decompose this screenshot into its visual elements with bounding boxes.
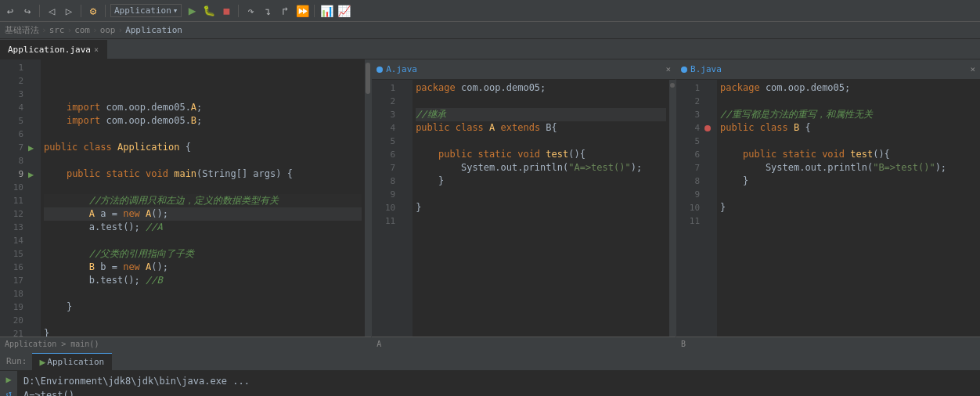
ln-5: 5 <box>0 114 23 128</box>
scrollbar-handle-a[interactable] <box>670 83 675 88</box>
stop-button[interactable]: ■ <box>219 4 233 18</box>
code-line-9: public static void main(String[] args) { <box>44 167 362 181</box>
code-line-8 <box>44 154 362 167</box>
run-config-label: Application <box>114 5 171 16</box>
a-gutter-1 <box>400 81 413 95</box>
breadcrumb-item-4[interactable]: Application <box>125 25 182 35</box>
debug-button[interactable]: 🐛 <box>202 4 216 18</box>
b-ln-4: 4 <box>676 121 700 135</box>
back-icon[interactable]: ◁ <box>45 4 59 18</box>
pane-close-a[interactable]: × <box>665 64 671 74</box>
breadcrumb-item-2[interactable]: com <box>74 25 90 35</box>
code-application[interactable]: import com.oop.demo05.A; import com.oop.… <box>41 59 365 337</box>
ln-15: 15 <box>0 247 23 261</box>
coverage-icon[interactable]: 📊 <box>319 4 333 18</box>
gutter-6 <box>28 128 41 141</box>
code-line-7: public class Application { <box>44 141 362 154</box>
gutter-4 <box>28 101 41 114</box>
bottom-panel: Run: ▶ Application ▶ ↺ ■ D:\Environment\… <box>0 351 980 396</box>
a-ln-1: 1 <box>372 81 395 95</box>
a-code-1: package com.oop.demo05; <box>416 81 666 95</box>
arrow-icon-7: ▶ <box>28 142 34 153</box>
scrollbar-thumb-application[interactable] <box>366 63 370 94</box>
ln-18: 18 <box>0 287 23 301</box>
code-line-18 <box>44 287 362 301</box>
step-over-icon[interactable]: ↷ <box>243 4 258 18</box>
b-gutter-1 <box>704 81 717 95</box>
editor-tab-b: B.java × <box>676 59 980 80</box>
gutter-b <box>704 80 717 337</box>
step-out-icon[interactable]: ↱ <box>278 4 292 18</box>
resume-icon[interactable]: ⏩ <box>295 4 309 18</box>
build-icon[interactable]: ⚙ <box>86 4 100 18</box>
code-line-10 <box>44 181 362 194</box>
forward-icon[interactable]: ▷ <box>62 4 76 18</box>
gutter-13 <box>28 221 41 234</box>
code-b[interactable]: package com.oop.demo05; //重写都是方法的重写，和属性无… <box>717 80 980 337</box>
scrollbar-application[interactable] <box>365 59 371 337</box>
redo-icon[interactable]: ↪ <box>20 4 34 18</box>
profile-icon[interactable]: 📈 <box>337 4 351 18</box>
a-code-2 <box>416 95 666 108</box>
toolbar-sep-4 <box>238 5 239 17</box>
gutter-2 <box>28 74 41 88</box>
a-ln-11: 11 <box>372 214 395 228</box>
breadcrumb-item-1[interactable]: src <box>49 25 65 35</box>
bottom-content: ▶ ↺ ■ D:\Environment\jdk8\jdk\bin\java.e… <box>0 371 980 396</box>
breadcrumb-item-0[interactable]: 基础语法 <box>5 24 39 36</box>
gutter-11 <box>28 194 41 207</box>
editor-content-application: 1 2 3 4 5 6 7 8 9 10 11 12 13 14 15 16 1… <box>0 59 371 337</box>
tab-application-java[interactable]: Application.java × <box>0 40 107 59</box>
editor-content-a: 1 2 3 4 5 6 7 8 9 10 11 <box>372 80 676 337</box>
step-into-icon[interactable]: ↴ <box>261 4 275 18</box>
tab-close-application[interactable]: × <box>94 45 99 54</box>
code-line-4: import com.oop.demo05.A; <box>44 101 362 114</box>
a-code-6: public static void test(){ <box>416 148 666 161</box>
a-code-11 <box>416 214 666 228</box>
run-config-dropdown[interactable]: Application ▾ <box>110 4 182 17</box>
b-code-1: package com.oop.demo05; <box>720 81 977 95</box>
code-line-12: A a = new A(); <box>44 207 362 221</box>
b-code-10: } <box>720 201 977 214</box>
b-gutter-4 <box>704 121 717 135</box>
ln-14: 14 <box>0 234 23 247</box>
ln-19: 19 <box>0 301 23 314</box>
gutter-a <box>400 80 413 337</box>
ln-20: 20 <box>0 314 23 327</box>
tab-bar: Application.java × <box>0 39 980 59</box>
tab-indicator-b <box>681 67 687 73</box>
pane-close-b[interactable]: × <box>970 64 975 74</box>
b-code-11 <box>720 214 977 228</box>
gutter-9: ▶ <box>28 167 41 181</box>
a-code-10: } <box>416 201 666 214</box>
ln-13: 13 <box>0 221 23 234</box>
run-button[interactable]: ▶ <box>185 4 199 18</box>
ln-16: 16 <box>0 261 23 274</box>
a-gutter-2 <box>400 95 413 108</box>
b-ln-3: 3 <box>676 108 700 121</box>
code-line-2 <box>44 74 362 88</box>
b-gutter-3 <box>704 108 717 121</box>
b-code-4: public class B { <box>720 121 977 135</box>
code-a[interactable]: package com.oop.demo05; //继承 public clas… <box>413 80 669 337</box>
bottom-tab-application[interactable]: ▶ Application <box>32 353 113 370</box>
a-gutter-3 <box>400 108 413 121</box>
ln-11: 11 <box>0 194 23 207</box>
a-code-9 <box>416 188 666 201</box>
status-bar-b: B <box>676 337 980 351</box>
scrollbar-a[interactable] <box>669 80 676 337</box>
rerun-icon[interactable]: ↺ <box>5 388 11 396</box>
gutter-15 <box>28 247 41 261</box>
gutter-1 <box>28 61 41 74</box>
undo-icon[interactable]: ↩ <box>3 4 17 18</box>
ln-17: 17 <box>0 274 23 287</box>
breadcrumb-item-3[interactable]: oop <box>100 25 116 35</box>
toolbar-sep-1 <box>39 5 40 17</box>
a-ln-3: 3 <box>372 108 395 121</box>
code-line-1 <box>44 61 362 74</box>
b-ln-6: 6 <box>676 148 700 161</box>
a-ln-4: 4 <box>372 121 395 135</box>
a-ln-2: 2 <box>372 95 395 108</box>
run-again-icon[interactable]: ▶ <box>5 374 11 385</box>
bottom-left-icons: ▶ ↺ ■ <box>0 371 17 396</box>
